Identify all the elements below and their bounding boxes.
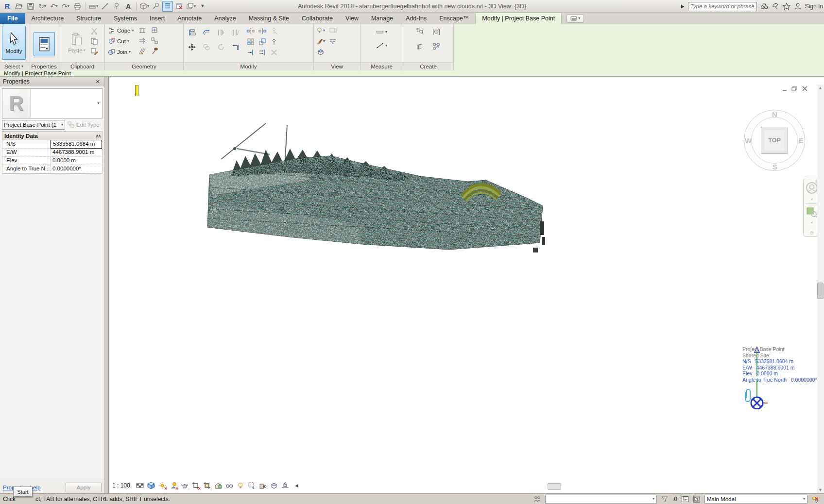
scale-icon[interactable] [258,37,267,46]
override-graphics-icon[interactable] [328,37,337,46]
print-icon[interactable] [72,1,83,12]
trim-extend-corner-icon[interactable] [229,41,241,53]
reveal-constraints-icon[interactable] [281,482,290,490]
undo-icon[interactable]: ↶▾ [49,1,59,12]
view-restore-icon[interactable] [790,85,798,92]
linework-paintbrush-icon[interactable]: ▾ [316,37,325,46]
press-drag-icon[interactable] [693,495,701,503]
tab-insert[interactable]: Insert [143,13,171,24]
align-icon[interactable] [186,27,198,38]
collapse-chevron-icon[interactable]: ∧∧ [96,134,100,138]
crop-view-off-icon[interactable] [192,482,200,490]
design-option-combo[interactable]: Main Model▾ [704,495,807,504]
shadows-off-icon[interactable] [170,482,178,490]
vcb-collapse-icon[interactable]: ◀ [292,482,301,490]
search-binoculars-icon[interactable] [760,2,768,10]
angle-value[interactable]: 0.0000000° [51,165,102,173]
edit-type-button[interactable]: Edit Type [67,121,100,129]
sign-in-person-icon[interactable] [794,2,802,10]
trim-extend-multiple-icon[interactable] [258,48,267,57]
properties-close-icon[interactable]: ✕ [94,79,102,85]
tab-architecture[interactable]: Architecture [25,13,70,24]
detail-level-icon[interactable] [136,482,144,490]
split-element-icon[interactable] [215,27,227,38]
wall-joins-icon[interactable] [138,36,147,45]
tab-enscape[interactable]: Enscape™ [433,13,475,24]
text-icon[interactable]: A [123,1,134,12]
tab-collaborate[interactable]: Collaborate [295,13,339,24]
scroll-up-icon[interactable]: ▲ [818,85,823,90]
type-selector[interactable]: R ▾ [2,88,103,118]
panel-properties-label[interactable]: Properties [28,62,60,70]
reveal-hidden-lightbulb-icon[interactable]: ▾ [316,26,325,35]
cut-profile-icon[interactable] [150,26,159,35]
offset-icon[interactable] [200,27,212,38]
viewcube-north[interactable]: N [772,110,777,118]
sign-in-label[interactable]: Sign In [805,3,823,10]
delete-icon[interactable] [269,48,278,57]
cut-geometry-button[interactable]: Cut▾ [107,36,135,46]
match-type-properties-icon[interactable] [89,47,99,56]
identity-data-header[interactable]: Identity Data ∧∧ [2,132,102,140]
split-with-gap-icon[interactable] [229,27,241,38]
create-parts-icon[interactable] [414,41,427,52]
view-close-icon[interactable] [801,85,808,92]
viewcube-west[interactable]: W [745,136,752,145]
join-geometry-button[interactable]: Join▾ [107,47,135,57]
modify-button[interactable]: Modify [2,26,26,60]
tab-annotate[interactable]: Annotate [171,13,208,24]
tab-structure[interactable]: Structure [70,13,107,24]
create-group-icon[interactable] [414,26,427,38]
viewcube-top-face[interactable]: TOP [761,127,788,154]
mirror-pick-axis-icon[interactable] [246,27,255,35]
vertical-scrollbar[interactable]: ▲ ▼ [817,84,824,493]
trim-extend-single-icon[interactable] [246,48,255,57]
drawing-area[interactable]: N W E S TOP ⊗ ▾ ▾ ⊖ [109,77,824,493]
vertical-scrollbar-thumb[interactable] [817,283,824,299]
tab-modify-contextual[interactable]: Modify | Project Base Point [475,13,562,24]
cut-to-clipboard-icon[interactable] [89,27,99,35]
tab-systems[interactable]: Systems [107,13,143,24]
rendering-dialog-icon[interactable] [181,482,189,490]
measure-between-points-button[interactable]: ▾ [375,41,388,50]
zoom-dropdown-icon[interactable]: ▾ [811,221,813,225]
beam-joins-icon[interactable] [138,26,147,35]
highlight-displacement-sets-icon[interactable] [270,482,278,490]
sun-path-off-icon[interactable] [158,482,167,490]
workset-combo[interactable]: ▾ [545,495,657,504]
revit-logo-icon[interactable]: R [2,1,13,12]
sync-with-central-icon[interactable]: ↻▾ [37,1,48,12]
editable-only-icon[interactable] [681,495,689,503]
measure-ruler-button[interactable]: ▾ [375,27,388,37]
ew-value[interactable]: 4467388.9001 m [51,149,102,156]
default-3d-view-icon[interactable]: ▾ [139,1,150,12]
close-hidden-windows-icon[interactable] [174,1,185,12]
visual-style-icon[interactable] [147,482,155,490]
measure-icon[interactable]: ▾ [88,1,99,12]
tag-icon[interactable] [111,1,122,12]
point-cloud-model[interactable] [109,77,824,493]
save-icon[interactable] [25,1,36,12]
split-face-icon[interactable] [138,47,147,55]
reveal-hidden-elements-icon[interactable] [237,482,245,490]
temporary-view-properties-icon[interactable] [248,482,256,490]
worksets-icon[interactable] [533,495,541,503]
rotate-icon[interactable] [215,41,227,53]
viewcube-south[interactable]: S [772,163,777,171]
aligned-dimension-icon[interactable] [100,1,110,12]
switch-windows-icon[interactable]: ▾ [186,1,196,12]
apply-button[interactable]: Apply [66,483,102,492]
copy-to-clipboard-icon[interactable] [89,37,99,46]
project-base-point-annotation[interactable]: Project Base Point Shared Site: N/S 5333… [695,346,824,409]
copy-icon[interactable] [200,41,212,53]
qat-customize-icon[interactable]: ▼ [197,1,208,12]
tab-view[interactable]: View [339,13,365,24]
pin-icon[interactable] [269,37,278,46]
properties-button[interactable] [34,32,55,56]
tab-manage[interactable]: Manage [365,13,399,24]
thin-lines-icon[interactable] [162,1,173,12]
tab-add-ins[interactable]: Add-Ins [399,13,433,24]
cope-button[interactable]: Cope▾ [107,26,135,35]
mirror-draw-axis-icon[interactable] [258,27,267,35]
move-icon[interactable] [186,41,198,53]
